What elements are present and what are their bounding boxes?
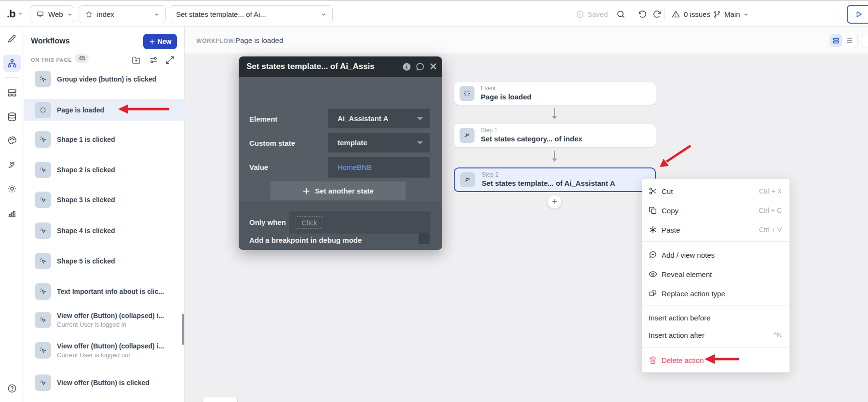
zoom-control-clipped[interactable]	[203, 397, 238, 402]
workflow-list-item[interactable]: View offer (Button) (collapsed) i... Cur…	[24, 342, 185, 359]
search-icon[interactable]	[616, 1, 626, 28]
modal-footer: Only when Click Add a breakpoint in debu…	[239, 202, 442, 250]
breakpoint-checkbox[interactable]	[419, 233, 430, 244]
platform-dropdown[interactable]: Web	[30, 5, 74, 23]
list-view-button[interactable]	[843, 34, 856, 47]
page-load-icon	[460, 86, 475, 101]
git-branch-icon	[713, 10, 721, 19]
step1-card[interactable]: Step 1 Set states category... of index	[454, 124, 656, 147]
copy-icon	[648, 206, 658, 215]
click-cursor-icon	[35, 162, 51, 178]
step2-card-selected[interactable]: Step 2 Set states template... of Ai_Assi…	[454, 167, 656, 192]
modal-body: Element Ai_Assistant A Custom state temp…	[239, 77, 442, 202]
workflow-breadcrumb-title: Page is loaded	[235, 36, 283, 44]
page-dropdown[interactable]: index	[79, 5, 166, 23]
click-cursor-icon	[35, 131, 51, 148]
divider	[665, 9, 665, 20]
menu-item-cut[interactable]: Cut Ctrl + X	[642, 181, 789, 201]
menu-item-paste[interactable]: Paste Ctrl + V	[642, 220, 789, 239]
plus-icon	[149, 39, 155, 45]
click-cursor-icon	[35, 312, 51, 328]
another-state-label: Set another state	[315, 187, 374, 195]
menu-item-replace-action-type[interactable]: Replace action type	[642, 284, 789, 303]
card-title: Page is loaded	[481, 93, 531, 101]
info-icon[interactable]	[402, 62, 412, 72]
menu-item-delete-action[interactable]: Delete action	[642, 350, 789, 370]
menu-item-shortcut: ^N	[773, 331, 782, 339]
set-another-state-button[interactable]: Set another state	[271, 181, 406, 200]
divider	[642, 347, 789, 348]
rail-item-plugins[interactable]	[7, 159, 17, 170]
click-cursor-icon	[35, 253, 51, 269]
element-dropdown[interactable]: Ai_Assistant A	[328, 109, 430, 128]
only-when-input[interactable]: Click	[289, 211, 431, 234]
close-icon[interactable]	[429, 62, 439, 72]
rail-item-workflow[interactable]	[3, 55, 21, 72]
bubble-editor: .b Web index Set states template... of A…	[0, 0, 868, 402]
filter-sliders-icon[interactable]	[149, 55, 159, 65]
workflow-list-item[interactable]: View offer (Button) is clicked	[24, 374, 185, 391]
rail-item-components[interactable]	[7, 87, 17, 98]
new-workflow-button[interactable]: New	[143, 34, 177, 49]
value-input[interactable]: HomeBNB	[328, 157, 430, 178]
connector-arrow-down-icon	[550, 108, 559, 120]
comment-icon[interactable]	[415, 62, 425, 72]
plus-icon	[302, 187, 310, 195]
menu-item-insert-action-before[interactable]: Insert action before	[642, 308, 789, 327]
click-cursor-icon	[35, 71, 51, 87]
pencil-icon	[7, 33, 17, 44]
value-value: HomeBNB	[338, 163, 372, 171]
rail-item-logs[interactable]	[7, 208, 17, 219]
menu-item-label: Delete action	[662, 356, 704, 364]
workflow-canvas: WORKFLOW: Page is loaded Event Page is l…	[185, 27, 868, 402]
rail-item-styles[interactable]	[7, 135, 17, 146]
workflow-list-item[interactable]: Shape 3 is clicked	[24, 192, 185, 208]
card-view-button[interactable]	[830, 34, 842, 47]
menu-item-copy[interactable]: Copy Ctrl + C	[642, 201, 789, 220]
event-card[interactable]: Event Page is loaded	[454, 82, 656, 105]
branch-selector[interactable]: Main	[713, 1, 749, 28]
click-cursor-icon	[35, 222, 51, 239]
panel-title: Workflows	[31, 37, 70, 45]
workflow-list-item[interactable]: Shape 4 is clicked	[24, 222, 185, 239]
workflow-selector-dropdown[interactable]: Set states template... of Ai...	[170, 5, 333, 23]
menu-item-insert-action-after[interactable]: Insert action after ^N	[642, 325, 789, 345]
divider	[5, 77, 19, 78]
bubble-logo[interactable]: .b	[7, 8, 15, 20]
expand-icon[interactable]	[165, 55, 175, 65]
rail-item-design[interactable]	[7, 33, 17, 44]
workflow-list-item[interactable]: Shape 2 is clicked	[24, 162, 185, 178]
rail-item-settings[interactable]	[7, 183, 17, 194]
modal-header[interactable]: Set states template... of Ai_Assis	[239, 56, 442, 77]
menu-item-label: Insert action after	[649, 331, 705, 339]
home-icon	[85, 10, 93, 18]
issues-indicator[interactable]: 0 issues	[671, 1, 710, 28]
preview-button[interactable]	[847, 5, 868, 24]
folder-plus-icon[interactable]	[131, 55, 141, 65]
page-load-icon	[35, 102, 51, 118]
workflow-item-label: Shape 4 is clicked	[57, 227, 115, 235]
top-bar: .b Web index Set states template... of A…	[0, 0, 868, 27]
page-label: index	[97, 10, 114, 18]
logo-chevron-down-icon[interactable]	[17, 11, 23, 16]
trash-icon	[648, 355, 658, 365]
clipped-toolbar-icon[interactable]	[862, 34, 868, 47]
workflow-list-item[interactable]: View offer (Button) (collapsed) i... Cur…	[24, 311, 185, 328]
custom-state-dropdown[interactable]: template	[328, 133, 430, 152]
workflow-list-item[interactable]: Group video (button) is clicked	[24, 71, 185, 87]
workflow-list-item[interactable]: Text Important info about is clic...	[24, 283, 185, 300]
question-circle-icon	[7, 383, 17, 394]
workflow-list-item[interactable]: Shape 1 is clicked	[24, 131, 185, 148]
workflow-selector-label: Set states template... of Ai...	[176, 10, 266, 18]
menu-item-reveal-element[interactable]: Reveal element	[642, 264, 789, 284]
menu-item-add-view-notes[interactable]: Add / view notes	[642, 245, 789, 264]
workflow-list-item-active[interactable]: Page is loaded	[24, 99, 185, 121]
workflow-list-item[interactable]: Shape 5 is clicked	[24, 253, 185, 269]
add-action-button[interactable]: +	[548, 195, 561, 208]
redo-icon[interactable]	[652, 1, 662, 28]
workflow-icon	[7, 58, 17, 69]
rail-item-data[interactable]	[7, 111, 17, 122]
undo-icon[interactable]	[637, 1, 647, 28]
panel-scrollbar[interactable]	[182, 314, 184, 345]
rail-item-help[interactable]	[7, 383, 17, 394]
